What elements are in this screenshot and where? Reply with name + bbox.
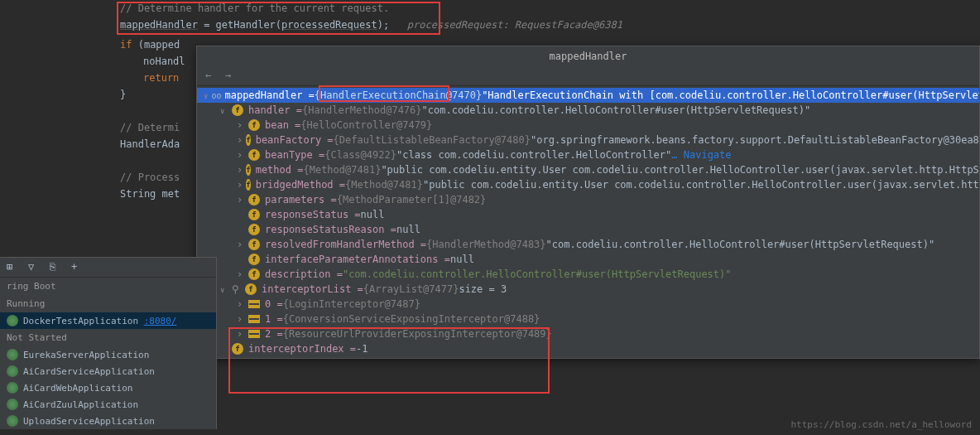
- tree-row[interactable]: beanType = {Class@4922} "class com.codel…: [197, 147, 979, 162]
- tree-row[interactable]: 2 = {ResourceUrlProviderExposingIntercep…: [197, 326, 979, 341]
- add-icon[interactable]: +: [71, 261, 84, 274]
- chevron-right-icon[interactable]: [237, 298, 245, 310]
- tree-row[interactable]: 1 = {ConversionServiceExposingIntercepto…: [197, 312, 979, 326]
- variable-name: handler =: [248, 104, 302, 116]
- variable-name: 0 =: [265, 298, 283, 310]
- diff-icon[interactable]: ⎘: [50, 261, 63, 274]
- chevron-right-icon[interactable]: [237, 149, 245, 161]
- pin-icon: ⚲: [232, 283, 242, 295]
- section-header: ring Boot: [0, 278, 216, 295]
- array-element-icon: [248, 330, 260, 338]
- sidebar-toolbar: ⊞ ▽ ⎘ +: [0, 258, 216, 278]
- tree-row[interactable]: responseStatus = null: [197, 207, 979, 222]
- variable-name: responseStatus =: [265, 209, 361, 220]
- variable-name: 2 =: [265, 328, 283, 340]
- app-icon: [7, 382, 18, 394]
- chevron-right-icon[interactable]: [237, 179, 243, 191]
- array-element-icon: [248, 315, 260, 323]
- sidebar-item[interactable]: EurekaServerApplication: [0, 346, 216, 363]
- chevron-right-icon[interactable]: [237, 164, 243, 176]
- app-icon: [7, 315, 18, 326]
- tree-row[interactable]: responseStatusReason = null: [197, 222, 979, 237]
- view-link[interactable]: … Navigate: [671, 149, 731, 161]
- services-sidebar[interactable]: ⊞ ▽ ⎘ + ring Boot Running DockerTestAppl…: [0, 257, 217, 429]
- chevron-right-icon[interactable]: [237, 239, 245, 250]
- tree-row[interactable]: resolvedFromHandlerMethod = {HandlerMeth…: [197, 237, 979, 252]
- chevron-right-icon[interactable]: [237, 328, 245, 340]
- variable-name: beanFactory =: [256, 134, 334, 146]
- array-element-icon: [248, 300, 260, 308]
- sidebar-item[interactable]: UploadServiceApplication: [0, 413, 216, 429]
- comment-line: // Determine handler for the current req…: [120, 2, 389, 14]
- tree-root-row[interactable]: oo mappedHandler = {HandlerExecutionChai…: [197, 88, 979, 103]
- variable-name: parameters =: [265, 194, 337, 205]
- variable-name: interceptorIndex =: [248, 343, 356, 355]
- field-icon: [248, 239, 260, 250]
- field-icon: [246, 164, 250, 176]
- watermark: https://blog.csdn.net/a_helloword: [790, 419, 972, 430]
- chevron-down-icon[interactable]: [220, 283, 228, 295]
- tree-row[interactable]: 0 = {LoginInterceptor@7487}: [197, 297, 979, 312]
- tree-row[interactable]: ⚲interceptorList = {ArrayList@7477} size…: [197, 282, 979, 297]
- back-icon[interactable]: ←: [205, 70, 219, 83]
- chevron-down-icon[interactable]: [220, 104, 228, 116]
- tree-row[interactable]: description = "com.codeliu.controller.He…: [197, 267, 979, 282]
- variable-name: method =: [256, 164, 304, 176]
- tree-row[interactable]: interceptorIndex = -1: [197, 341, 979, 356]
- chevron-right-icon[interactable]: [237, 119, 245, 131]
- variable-name: interfaceParameterAnnotations =: [265, 254, 450, 265]
- variable-name: bean =: [265, 119, 300, 131]
- field-icon: [248, 209, 260, 220]
- app-icon: [7, 365, 18, 377]
- sidebar-item[interactable]: AiCardWebApplication: [0, 379, 216, 396]
- app-icon: [7, 349, 18, 360]
- field-icon: [246, 134, 250, 146]
- variable-tree[interactable]: oo mappedHandler = {HandlerExecutionChai…: [197, 86, 979, 358]
- app-icon: [7, 415, 18, 427]
- variable-name: description =: [265, 268, 343, 280]
- app-icon: [7, 399, 18, 410]
- chevron-right-icon[interactable]: [237, 134, 243, 146]
- field-icon: [232, 343, 243, 355]
- field-icon: [245, 283, 257, 295]
- field-icon: [248, 268, 260, 280]
- field-icon: [248, 194, 260, 205]
- filter-icon[interactable]: ▽: [28, 261, 41, 274]
- field-icon: [248, 224, 260, 235]
- tree-row[interactable]: interfaceParameterAnnotations = null: [197, 252, 979, 267]
- sidebar-item[interactable]: AiCardZuulApplication: [0, 396, 216, 413]
- chevron-right-icon[interactable]: [237, 268, 245, 280]
- variable-name: resolvedFromHandlerMethod =: [265, 239, 426, 250]
- notstarted-header: Not Started: [0, 329, 216, 346]
- variable-name: 1 =: [265, 313, 283, 325]
- forward-icon[interactable]: →: [225, 70, 238, 83]
- sidebar-item[interactable]: AiCardServiceApplication: [0, 363, 216, 379]
- variable-name: bridgedMethod =: [256, 179, 345, 191]
- running-header: Running: [0, 295, 216, 312]
- field-icon: [248, 119, 260, 131]
- port-link[interactable]: :8080/: [144, 316, 177, 326]
- chevron-down-icon[interactable]: [204, 89, 208, 101]
- popup-title: mappedHandler: [197, 46, 979, 66]
- tree-row[interactable]: bridgedMethod = {Method@7481} "public co…: [197, 177, 979, 192]
- tree-row[interactable]: parameters = {MethodParameter[1]@7482}: [197, 192, 979, 207]
- tree-row[interactable]: handler = {HandlerMethod@7476} "com.code…: [197, 103, 979, 118]
- chevron-right-icon[interactable]: [237, 313, 245, 325]
- sidebar-item-docker[interactable]: DockerTestApplication :8080/: [0, 312, 216, 329]
- popup-toolbar: ← →: [197, 66, 979, 86]
- debug-variables-popup[interactable]: mappedHandler ← → oo mappedHandler = {Ha…: [196, 46, 980, 359]
- variable-name: beanType =: [265, 149, 324, 161]
- chevron-right-icon[interactable]: [237, 194, 245, 205]
- field-icon: [246, 179, 250, 191]
- object-icon: oo: [211, 91, 221, 100]
- field-icon: [248, 149, 260, 161]
- inline-hint: processedRequest: RequestFacade@6381: [407, 19, 622, 31]
- tree-row[interactable]: beanFactory = {DefaultListableBeanFactor…: [197, 133, 979, 147]
- field-icon: [232, 104, 243, 116]
- tree-row[interactable]: method = {Method@7481} "public com.codel…: [197, 162, 979, 177]
- grid-icon[interactable]: ⊞: [7, 261, 20, 274]
- field-icon: [248, 254, 260, 265]
- variable-name: responseStatusReason =: [265, 224, 396, 235]
- tree-row[interactable]: bean = {HelloController@7479}: [197, 118, 979, 133]
- variable-name: interceptorList =: [262, 283, 363, 295]
